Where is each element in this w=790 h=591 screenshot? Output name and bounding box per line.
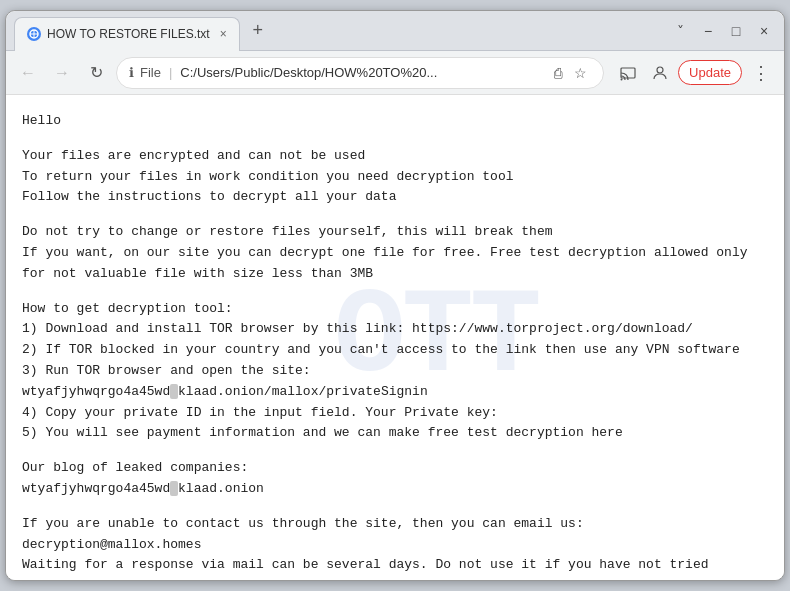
intro-line-3: Follow the instructions to decrypt all y… xyxy=(22,187,768,208)
tab-favicon xyxy=(27,27,41,41)
content-area: OTT Hello Your files are encrypted and c… xyxy=(6,95,784,580)
forward-button[interactable]: → xyxy=(48,59,76,87)
browser-window: HOW TO RESTORE FILES.txt × + ˅ − □ × ← →… xyxy=(5,10,785,581)
warning-line-1: Do not try to change or restore files yo… xyxy=(22,222,768,243)
content-text: Hello Your files are encrypted and can n… xyxy=(22,111,768,580)
warning-block: Do not try to change or restore files yo… xyxy=(22,222,768,284)
site-prefix: wtyafjyhwqrgo4a45wd xyxy=(22,384,170,399)
chevron-down-icon[interactable]: ˅ xyxy=(668,19,692,43)
back-button[interactable]: ← xyxy=(14,59,42,87)
url-bar[interactable]: ℹ File | C:/Users/Public/Desktop/HOW%20T… xyxy=(116,57,604,89)
url-actions: ⎙ ☆ xyxy=(550,63,591,83)
contact-block: If you are unable to contact us through … xyxy=(22,514,768,580)
step4-text: 4) Copy your private ID in the input fie… xyxy=(22,403,768,424)
minimize-button[interactable]: − xyxy=(696,19,720,43)
intro-line-2: To return your files in work condition y… xyxy=(22,167,768,188)
maximize-button[interactable]: □ xyxy=(724,19,748,43)
more-options-icon[interactable]: ⋮ xyxy=(746,60,776,86)
step3-text: 3) Run TOR browser and open the site: xyxy=(22,361,768,382)
hello-block: Hello xyxy=(22,111,768,132)
contact-line-4: contacting through the site.◆ xyxy=(22,576,768,580)
reload-button[interactable]: ↻ xyxy=(82,59,110,87)
contact-line-3: Waiting for a response via mail can be s… xyxy=(22,555,768,576)
tab-title: HOW TO RESTORE FILES.txt xyxy=(47,27,210,41)
blog-prefix: wtyafjyhwqrgo4a45wd xyxy=(22,481,170,496)
intro-block: Your files are encrypted and can not be … xyxy=(22,146,768,208)
contact-email: decryption@mallox.homes xyxy=(22,535,768,556)
url-text: C:/Users/Public/Desktop/HOW%20TO%20... xyxy=(180,65,437,80)
close-button[interactable]: × xyxy=(752,19,776,43)
step1-text: 1) Download and install TOR browser by t… xyxy=(22,319,768,340)
step2-text: 2) If TOR blocked in your country and yo… xyxy=(22,340,768,361)
warning-line-2: If you want, on our site you can decrypt… xyxy=(22,243,768,264)
tab-close-button[interactable]: × xyxy=(220,27,227,41)
intro-line-1: Your files are encrypted and can not be … xyxy=(22,146,768,167)
site-line: wtyafjyhwqrgo4a45wd klaad.onion/mallox/p… xyxy=(22,382,768,403)
update-button[interactable]: Update xyxy=(678,60,742,85)
contact-line-1: If you are unable to contact us through … xyxy=(22,514,768,535)
blog-header: Our blog of leaked companies: xyxy=(22,458,768,479)
blog-redacted xyxy=(170,481,178,496)
svg-point-5 xyxy=(657,67,663,73)
site-suffix: klaad.onion/mallox/privateSignin xyxy=(178,384,428,399)
info-icon: ℹ xyxy=(129,65,134,80)
bookmark-icon[interactable]: ☆ xyxy=(570,63,591,83)
svg-point-4 xyxy=(621,78,623,80)
address-bar: ← → ↻ ℹ File | C:/Users/Public/Desktop/H… xyxy=(6,51,784,95)
window-controls: ˅ − □ × xyxy=(668,19,776,43)
blog-line: wtyafjyhwqrgo4a45wd klaad.onion xyxy=(22,479,768,500)
profile-icon[interactable] xyxy=(646,59,674,87)
blog-suffix: klaad.onion xyxy=(178,481,264,496)
warning-line-3: for not valuable file with size less tha… xyxy=(22,264,768,285)
new-tab-button[interactable]: + xyxy=(244,17,272,45)
hello-text: Hello xyxy=(22,111,768,132)
url-scheme-label: File xyxy=(140,65,161,80)
instructions-block: How to get decryption tool: 1) Download … xyxy=(22,299,768,445)
share-icon[interactable]: ⎙ xyxy=(550,63,566,83)
instructions-header: How to get decryption tool: xyxy=(22,299,768,320)
blog-block: Our blog of leaked companies: wtyafjyhwq… xyxy=(22,458,768,500)
step5-text: 5) You will see payment information and … xyxy=(22,423,768,444)
site-redacted xyxy=(170,384,178,399)
cast-icon[interactable] xyxy=(614,59,642,87)
browser-tab[interactable]: HOW TO RESTORE FILES.txt × xyxy=(14,17,240,51)
title-bar: HOW TO RESTORE FILES.txt × + ˅ − □ × xyxy=(6,11,784,51)
toolbar-right: Update ⋮ xyxy=(614,59,776,87)
url-separator: | xyxy=(169,65,172,80)
